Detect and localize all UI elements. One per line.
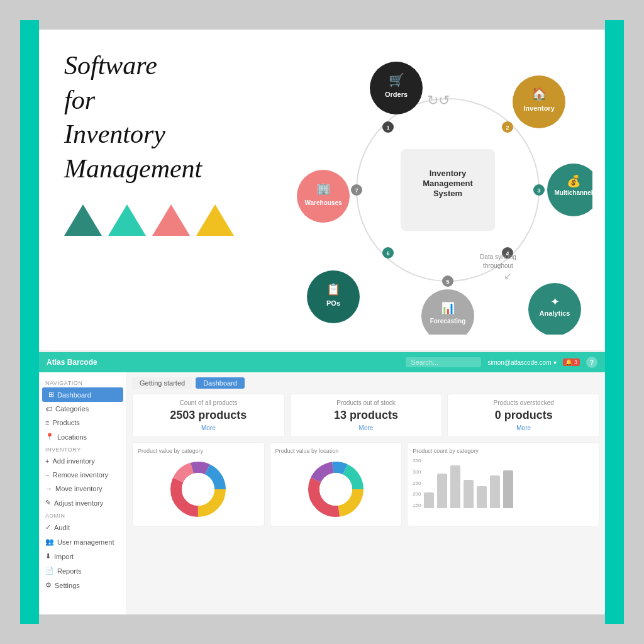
inner-frame: Software for Inventory Management bbox=[39, 30, 605, 614]
sidebar-item-adjust-inventory[interactable]: ✎ Adjust inventory bbox=[39, 496, 126, 510]
orders-node bbox=[370, 62, 423, 114]
bottom-section: Atlas Barcode simon@atlascode.com ▾ 🔔 3 … bbox=[39, 350, 605, 614]
svg-text:Inventory: Inventory bbox=[523, 104, 555, 112]
main-content: Getting started Dashboard Count of all p… bbox=[127, 372, 605, 614]
locations-icon: 📍 bbox=[45, 433, 54, 441]
svg-text:Management: Management bbox=[423, 179, 473, 188]
admin-section-label: ADMIN bbox=[39, 510, 126, 520]
pos-node bbox=[307, 270, 360, 323]
stat-value-all-products: 2503 products bbox=[139, 409, 278, 422]
triangle-teal-light bbox=[108, 204, 146, 236]
sidebar-item-import[interactable]: ⬇ Import bbox=[39, 549, 126, 564]
right-diagram: ↻↺ 1 2 3 4 bbox=[278, 30, 605, 350]
chart-card-value-by-category: Product value by category bbox=[132, 442, 265, 526]
sidebar-item-remove-inventory[interactable]: − Remove inventory bbox=[39, 468, 126, 482]
bar-6 bbox=[490, 475, 500, 508]
sidebar-item-settings[interactable]: ⚙ Settings bbox=[39, 578, 126, 592]
svg-text:Inventory: Inventory bbox=[430, 169, 467, 178]
diagram-svg: ↻↺ 1 2 3 4 bbox=[291, 45, 592, 335]
user-info: simon@atlascode.com ▾ bbox=[487, 359, 557, 366]
stat-more-overstocked[interactable]: More bbox=[454, 425, 593, 431]
sidebar: NAVIGATION ⊞ Dashboard 🏷 Categories ≡ Pr… bbox=[39, 372, 127, 614]
user-management-icon: 👥 bbox=[45, 538, 54, 546]
svg-text:✦: ✦ bbox=[550, 296, 560, 308]
svg-text:System: System bbox=[433, 189, 462, 198]
svg-text:Analytics: Analytics bbox=[540, 309, 570, 317]
data-sync-text: Data syncing bbox=[480, 253, 516, 260]
svg-text:throughout: throughout bbox=[483, 262, 513, 269]
triangle-yellow bbox=[196, 204, 234, 236]
main-title: Software for Inventory Management bbox=[64, 48, 265, 186]
sidebar-item-audit[interactable]: ✓ Audit bbox=[39, 520, 126, 535]
bar-4 bbox=[464, 480, 474, 508]
donut-chart-1 bbox=[167, 458, 230, 521]
sidebar-item-reports[interactable]: 📄 Reports bbox=[39, 564, 126, 578]
bar-chart-wrapper: 350 300 250 200 150 bbox=[413, 458, 594, 508]
sidebar-item-user-management[interactable]: 👥 User management bbox=[39, 535, 126, 549]
notification-badge[interactable]: 🔔 3 bbox=[563, 358, 580, 366]
search-input[interactable] bbox=[406, 357, 481, 367]
products-icon: ≡ bbox=[45, 419, 49, 426]
svg-text:Orders: Orders bbox=[385, 91, 408, 98]
sidebar-item-categories[interactable]: 🏷 Categories bbox=[39, 402, 126, 416]
stat-more-all-products[interactable]: More bbox=[139, 425, 278, 431]
svg-text:🏠: 🏠 bbox=[531, 86, 547, 101]
stat-value-overstocked: 0 products bbox=[454, 409, 593, 422]
triangle-group bbox=[64, 204, 265, 236]
sync-arrows-icon: ↻↺ bbox=[427, 92, 450, 108]
svg-text:Warehouses: Warehouses bbox=[304, 199, 342, 206]
bar-7 bbox=[503, 470, 513, 508]
add-icon: + bbox=[45, 457, 49, 465]
app-body: NAVIGATION ⊞ Dashboard 🏷 Categories ≡ Pr… bbox=[39, 372, 605, 614]
sidebar-item-move-inventory[interactable]: → Move inventory bbox=[39, 482, 126, 496]
top-section: Software for Inventory Management bbox=[39, 30, 605, 350]
tab-dashboard[interactable]: Dashboard bbox=[196, 377, 245, 389]
reports-icon: 📄 bbox=[45, 567, 54, 575]
svg-text:1: 1 bbox=[386, 125, 389, 131]
svg-text:↙: ↙ bbox=[504, 270, 512, 281]
svg-text:💰: 💰 bbox=[567, 174, 581, 188]
inventory-section-label: INVENTORY bbox=[39, 444, 126, 454]
svg-text:🛒: 🛒 bbox=[389, 72, 404, 87]
sidebar-item-products[interactable]: ≡ Products bbox=[39, 416, 126, 430]
tabs-row: Getting started Dashboard bbox=[132, 377, 600, 389]
outer-frame: Software for Inventory Management bbox=[20, 20, 624, 624]
sidebar-item-add-inventory[interactable]: + Add inventory bbox=[39, 454, 126, 468]
svg-text:7: 7 bbox=[355, 187, 358, 194]
stat-label-overstocked: Products overstocked bbox=[454, 399, 593, 406]
sidebar-item-dashboard[interactable]: ⊞ Dashboard bbox=[42, 387, 123, 402]
move-icon: → bbox=[45, 485, 52, 492]
svg-point-38 bbox=[319, 473, 352, 506]
svg-text:📋: 📋 bbox=[326, 282, 341, 296]
svg-text:🏢: 🏢 bbox=[316, 182, 331, 196]
bar-chart bbox=[424, 458, 595, 508]
tab-getting-started[interactable]: Getting started bbox=[132, 377, 192, 389]
help-button[interactable]: ? bbox=[586, 357, 597, 368]
side-bar-right bbox=[605, 20, 624, 624]
adjust-icon: ✎ bbox=[45, 499, 51, 507]
stat-more-out-of-stock[interactable]: More bbox=[297, 425, 436, 431]
bar-2 bbox=[437, 474, 447, 508]
stat-value-out-of-stock: 13 products bbox=[297, 409, 436, 422]
y-axis-labels: 350 300 250 200 150 bbox=[413, 458, 421, 508]
donut-wrapper-1 bbox=[138, 458, 259, 521]
chart-card-count-by-category: Product count by category 350 300 250 20… bbox=[407, 442, 600, 526]
stats-row: Count of all products 2503 products More… bbox=[132, 394, 600, 437]
settings-icon: ⚙ bbox=[45, 581, 52, 589]
diagram-container: ↻↺ 1 2 3 4 bbox=[291, 45, 592, 335]
user-email: simon@atlascode.com bbox=[487, 359, 551, 366]
svg-text:2: 2 bbox=[506, 125, 509, 131]
stat-card-all-products: Count of all products 2503 products More bbox=[132, 394, 285, 437]
svg-text:📊: 📊 bbox=[441, 301, 455, 315]
inventory-node bbox=[513, 75, 565, 128]
remove-icon: − bbox=[45, 471, 49, 479]
triangle-teal-dark bbox=[64, 204, 102, 236]
bar-3 bbox=[450, 465, 460, 508]
warehouses-node bbox=[297, 170, 350, 223]
donut-wrapper-2 bbox=[275, 458, 397, 521]
svg-text:Multichannel: Multichannel bbox=[554, 189, 592, 196]
sidebar-item-locations[interactable]: 📍 Locations bbox=[39, 430, 126, 444]
chart-title-count-by-category: Product count by category bbox=[413, 448, 594, 454]
charts-row: Product value by category bbox=[132, 442, 600, 526]
svg-text:Forecasting: Forecasting bbox=[430, 318, 466, 325]
